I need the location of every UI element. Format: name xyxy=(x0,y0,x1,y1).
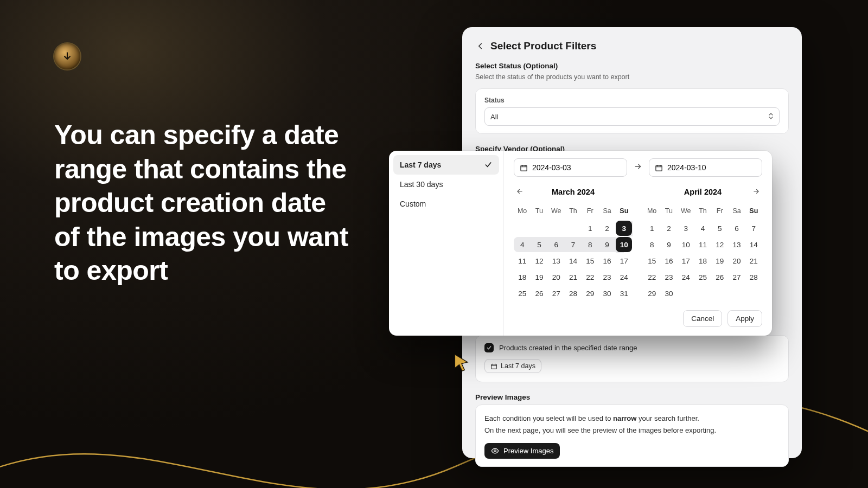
calendar-day[interactable]: 7 xyxy=(745,221,762,236)
date-from-input[interactable]: 2024-03-03 xyxy=(514,158,627,177)
calendar-icon xyxy=(490,363,497,370)
calendar-day[interactable]: 17 xyxy=(616,253,633,268)
calendar-day[interactable]: 28 xyxy=(745,269,762,285)
calendar-day[interactable]: 5 xyxy=(531,237,547,252)
calendar-day[interactable]: 27 xyxy=(728,269,745,285)
calendar-day[interactable]: 25 xyxy=(514,286,531,301)
calendar-day[interactable]: 19 xyxy=(531,269,547,285)
date-range-checkbox-label: Products created in the specified date r… xyxy=(499,344,637,352)
panel-title: Select Product Filters xyxy=(490,40,596,52)
weekday-label: Mo xyxy=(643,205,660,220)
calendar-day[interactable]: 8 xyxy=(582,237,598,252)
calendar-day[interactable]: 31 xyxy=(616,286,633,301)
calendar-day[interactable]: 19 xyxy=(711,253,728,268)
status-select[interactable]: All xyxy=(484,107,780,126)
calendar-day[interactable]: 20 xyxy=(548,269,565,285)
calendar-day[interactable]: 30 xyxy=(660,286,677,301)
svg-rect-2 xyxy=(521,165,527,171)
calendar-day[interactable]: 9 xyxy=(598,237,615,252)
preview-section-label: Preview Images xyxy=(475,393,789,401)
calendar-day[interactable]: 23 xyxy=(598,269,615,285)
preset-last-7-days[interactable]: Last 7 days xyxy=(393,155,499,175)
calendar-day[interactable]: 1 xyxy=(643,221,660,236)
calendar-day[interactable]: 21 xyxy=(565,269,582,285)
calendar-day[interactable]: 18 xyxy=(514,269,531,285)
calendar-day[interactable]: 10 xyxy=(678,237,694,252)
calendar-day[interactable]: 21 xyxy=(745,253,762,268)
svg-rect-3 xyxy=(656,165,662,171)
preset-custom[interactable]: Custom xyxy=(393,194,499,214)
calendar-day[interactable]: 27 xyxy=(548,286,565,301)
weekday-label: Mo xyxy=(514,205,531,220)
weekday-label: Th xyxy=(565,205,582,220)
calendar-day[interactable]: 13 xyxy=(548,253,565,268)
weekday-label: Th xyxy=(694,205,711,220)
calendar-day[interactable]: 29 xyxy=(582,286,598,301)
calendar-day[interactable]: 9 xyxy=(660,237,677,252)
calendar-day[interactable]: 6 xyxy=(548,237,565,252)
calendar-day[interactable]: 22 xyxy=(643,269,660,285)
calendar-day[interactable]: 8 xyxy=(643,237,660,252)
calendar-day[interactable]: 30 xyxy=(598,286,615,301)
check-icon xyxy=(484,160,493,169)
calendar-day[interactable]: 4 xyxy=(694,221,711,236)
calendar-day[interactable]: 22 xyxy=(582,269,598,285)
calendar-day[interactable]: 26 xyxy=(711,269,728,285)
calendar-day[interactable]: 2 xyxy=(660,221,677,236)
status-card: Status All xyxy=(475,88,789,134)
calendar-day[interactable]: 1 xyxy=(582,221,598,236)
calendar-day[interactable]: 12 xyxy=(711,237,728,252)
calendar-day[interactable]: 25 xyxy=(694,269,711,285)
calendar-day[interactable]: 14 xyxy=(565,253,582,268)
calendar-day[interactable]: 4 xyxy=(514,237,531,252)
calendar-day[interactable]: 18 xyxy=(694,253,711,268)
calendar-day[interactable]: 24 xyxy=(678,269,694,285)
svg-rect-0 xyxy=(492,364,497,369)
calendar-day[interactable]: 2 xyxy=(598,221,615,236)
calendar-day[interactable]: 16 xyxy=(598,253,615,268)
calendar-day[interactable]: 5 xyxy=(711,221,728,236)
calendar-day[interactable]: 26 xyxy=(531,286,547,301)
calendar-day[interactable]: 15 xyxy=(582,253,598,268)
date-range-popover: Last 7 days Last 30 days Custom 2024-03-… xyxy=(389,151,772,336)
preset-label: Last 30 days xyxy=(400,180,443,189)
next-month-button[interactable] xyxy=(750,185,762,197)
cursor-icon xyxy=(452,352,471,372)
calendar-day[interactable]: 3 xyxy=(678,221,694,236)
preview-images-button[interactable]: Preview Images xyxy=(484,443,560,459)
prev-month-button[interactable] xyxy=(514,185,526,197)
weekday-label: Sa xyxy=(728,205,745,220)
calendar-month: March 2024MoTuWeThFrSaSu1234567891011121… xyxy=(514,184,633,301)
calendar-day[interactable]: 11 xyxy=(694,237,711,252)
arrow-right-icon xyxy=(634,162,642,173)
calendar-day[interactable]: 16 xyxy=(660,253,677,268)
calendar-day[interactable]: 14 xyxy=(745,237,762,252)
calendar-day[interactable]: 11 xyxy=(514,253,531,268)
calendar-day[interactable]: 24 xyxy=(616,269,633,285)
calendar-day[interactable]: 6 xyxy=(728,221,745,236)
calendar-day[interactable]: 10 xyxy=(616,237,632,252)
calendar-day[interactable]: 20 xyxy=(728,253,745,268)
calendar-day[interactable]: 12 xyxy=(531,253,547,268)
date-range-chip[interactable]: Last 7 days xyxy=(484,359,541,373)
preview-card: Each condition you select will be used t… xyxy=(475,404,789,467)
date-range-checkbox[interactable] xyxy=(484,343,494,352)
month-title: April 2024 xyxy=(643,184,762,200)
preview-images-button-label: Preview Images xyxy=(503,447,553,455)
calendar-day[interactable]: 13 xyxy=(728,237,745,252)
calendar-day[interactable]: 17 xyxy=(678,253,694,268)
preset-last-30-days[interactable]: Last 30 days xyxy=(393,175,499,194)
cancel-button[interactable]: Cancel xyxy=(683,310,722,327)
calendar-day[interactable]: 15 xyxy=(643,253,660,268)
back-icon[interactable] xyxy=(475,41,485,51)
calendar-day[interactable]: 7 xyxy=(565,237,582,252)
calendar-day[interactable]: 23 xyxy=(660,269,677,285)
date-range-chip-label: Last 7 days xyxy=(501,362,535,370)
date-to-input[interactable]: 2024-03-10 xyxy=(649,158,762,177)
calendar-day[interactable]: 3 xyxy=(616,221,632,236)
calendar-day[interactable]: 29 xyxy=(643,286,660,301)
date-presets-list: Last 7 days Last 30 days Custom xyxy=(389,151,504,336)
calendar-day[interactable]: 28 xyxy=(565,286,582,301)
apply-button[interactable]: Apply xyxy=(727,310,762,327)
weekday-label: We xyxy=(548,205,565,220)
